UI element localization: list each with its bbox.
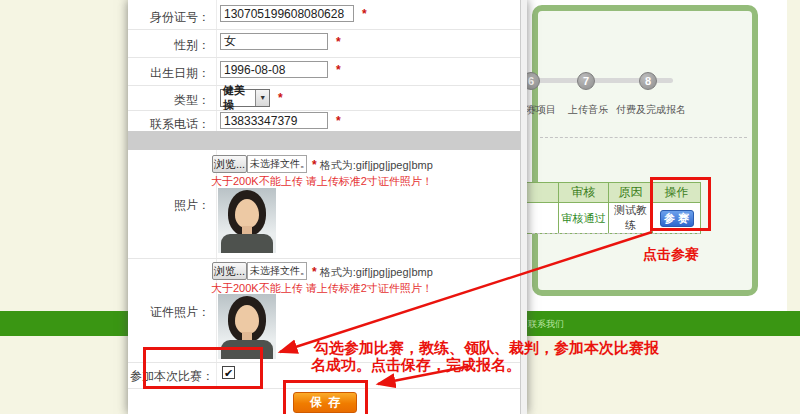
- registration-panel: [532, 5, 758, 296]
- panel-divider-bottom: [532, 233, 700, 234]
- id-number-input[interactable]: [220, 5, 354, 22]
- photo-label: 照片：: [128, 197, 210, 214]
- review-table: 审核 原因 操作 审核通过 测试教练 参 赛: [500, 182, 701, 234]
- row-divider: [128, 362, 527, 363]
- birthdate-label: 出生日期：: [128, 65, 210, 82]
- photo-jacket: [221, 234, 273, 253]
- idphoto-jacket: [221, 340, 273, 359]
- registration-form-modal: 身份证号： * 性别： * 出生日期： * 类型： 健美操 ▼ * 联系电话： …: [128, 0, 527, 414]
- label-column-divider: [216, 0, 217, 131]
- id-number-required-mark: *: [362, 7, 367, 21]
- photo-file-field[interactable]: 未选择文件。: [247, 155, 307, 173]
- photo-browse-button[interactable]: 浏览...: [212, 155, 247, 173]
- phone-required-mark: *: [336, 114, 341, 128]
- step-7-label: 上传音乐: [566, 103, 610, 117]
- photo-face: [235, 199, 259, 228]
- type-label: 类型：: [128, 92, 210, 109]
- photo-format-hint: * 格式为:gif|jpg|jpeg|bmp: [312, 158, 433, 173]
- applicant-idphoto: [218, 294, 276, 359]
- header-cell-action: 操作: [653, 183, 701, 203]
- contact-us-link[interactable]: 联系我们: [528, 318, 564, 331]
- cell-reason: 测试教练: [609, 203, 653, 234]
- row-divider: [128, 85, 527, 86]
- photo-format-required-mark: *: [312, 158, 317, 172]
- panel-divider-top: [540, 137, 747, 138]
- type-select[interactable]: 健美操 ▼: [220, 89, 270, 107]
- idphoto-label: 证件照片：: [128, 304, 210, 321]
- join-competition-button[interactable]: 参 赛: [660, 210, 694, 227]
- review-table-header-row: 审核 原因 操作: [501, 183, 701, 203]
- join-checkbox[interactable]: ✔: [222, 366, 235, 379]
- phone-input[interactable]: [220, 112, 328, 129]
- cell-audit-status: 审核通过: [559, 203, 609, 234]
- type-required-mark: *: [278, 91, 283, 105]
- idphoto-format-required-mark: *: [312, 265, 317, 279]
- id-number-label: 身份证号：: [128, 9, 210, 26]
- section-divider-band: [128, 131, 527, 150]
- photo-upload-warning: 大于200K不能上传 请上传标准2寸证件照片！: [211, 174, 433, 189]
- save-button[interactable]: 保存: [293, 392, 357, 413]
- gender-required-mark: *: [336, 35, 341, 49]
- birthdate-required-mark: *: [336, 63, 341, 77]
- cell-action: 参 赛: [653, 203, 701, 234]
- gender-label: 性别：: [128, 37, 210, 54]
- row-divider: [128, 57, 527, 58]
- applicant-photo: [218, 188, 276, 253]
- join-checkbox-label: 参加本次比赛：: [128, 368, 214, 385]
- type-select-value: 健美操: [221, 83, 255, 113]
- modal-scrollbar[interactable]: [520, 0, 527, 414]
- birthdate-input[interactable]: [220, 61, 328, 78]
- step-8-circle: 8: [639, 72, 657, 90]
- chevron-down-icon[interactable]: ▼: [255, 90, 269, 106]
- step-8-label: 付费及完成报名: [613, 103, 689, 117]
- row-divider: [128, 29, 527, 30]
- idphoto-format-hint: * 格式为:gif|jpg|jpeg|bmp: [312, 265, 433, 280]
- gender-input[interactable]: [220, 33, 328, 50]
- idphoto-browse-button[interactable]: 浏览...: [212, 262, 247, 280]
- idphoto-face: [235, 305, 259, 334]
- header-cell-reason: 原因: [609, 183, 653, 203]
- row-divider: [128, 388, 527, 389]
- idphoto-format-text: 格式为:gif|jpg|jpeg|bmp: [320, 266, 433, 278]
- idphoto-file-field[interactable]: 未选择文件。: [247, 262, 307, 280]
- review-table-data-row: 审核通过 测试教练 参 赛: [501, 203, 701, 234]
- header-cell-audit: 审核: [559, 183, 609, 203]
- row-divider: [128, 110, 527, 111]
- photo-format-text: 格式为:gif|jpg|jpeg|bmp: [320, 159, 433, 171]
- step-7-circle: 7: [577, 72, 595, 90]
- row-divider: [128, 258, 527, 259]
